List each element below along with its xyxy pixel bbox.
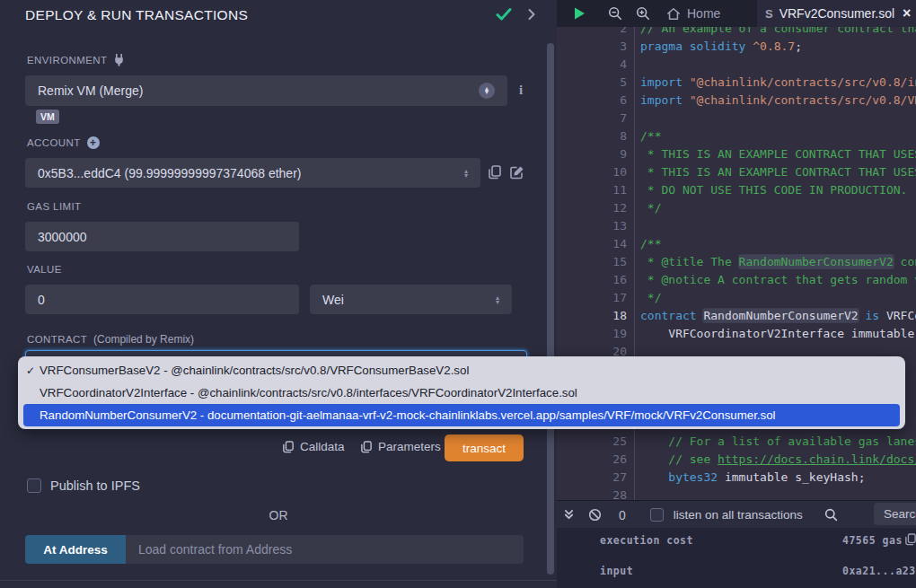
vm-badge: VM bbox=[36, 110, 59, 124]
listen-transactions-label: listen on all transactions bbox=[674, 508, 803, 522]
deploy-run-panel: DEPLOY & RUN TRANSACTIONS ENVIRONMENT Re… bbox=[0, 0, 558, 588]
environment-value: Remix VM (Merge) bbox=[38, 83, 143, 98]
parameters-group[interactable]: Parameters bbox=[361, 440, 441, 453]
collapse-panel-chevron-icon[interactable] bbox=[527, 8, 536, 21]
line-number: 27 bbox=[557, 469, 627, 487]
pending-tx-count: 0 bbox=[619, 508, 626, 522]
code-line: * THIS IS AN EXAMPLE CONTRACT THAT USES … bbox=[635, 163, 916, 181]
code-line: * DO NOT USE THIS CODE IN PRODUCTION. bbox=[635, 181, 907, 199]
add-account-icon[interactable]: + bbox=[87, 136, 100, 149]
environment-select[interactable]: Remix VM (Merge) ▲▼ bbox=[25, 75, 507, 106]
dropdown-option[interactable]: VRFCoordinatorV2Interface - @chainlink/c… bbox=[18, 382, 905, 404]
gas-limit-label-text: GAS LIMIT bbox=[27, 201, 81, 212]
line-number: 18 bbox=[557, 307, 627, 325]
environment-info-icon[interactable]: i bbox=[519, 83, 523, 98]
terminal-row-label: input bbox=[600, 565, 633, 577]
code-line: VRFCoordinatorV2Interface immutable COOR… bbox=[635, 325, 916, 343]
code-line: // see https://docs.chain.link/docs/vrf-… bbox=[635, 451, 916, 469]
account-label-text: ACCOUNT bbox=[27, 137, 81, 148]
close-tab-icon[interactable]: × bbox=[903, 5, 911, 22]
copy-account-icon[interactable] bbox=[489, 165, 501, 180]
calldata-label: Calldata bbox=[300, 440, 345, 453]
line-number: 15 bbox=[557, 253, 627, 271]
at-address-button[interactable]: At Address bbox=[25, 535, 126, 564]
remix-ide-window: DEPLOY & RUN TRANSACTIONS ENVIRONMENT Re… bbox=[0, 0, 916, 588]
terminal-row-label: execution cost bbox=[600, 534, 693, 547]
contract-label: CONTRACT (Compiled by Remix) bbox=[27, 333, 194, 346]
line-number: 7 bbox=[557, 110, 627, 127]
code-line: contract RandomNumberConsumerV2 is VRFCo… bbox=[635, 307, 916, 325]
code-line: * @title The RandomNumberConsumerV2 cont… bbox=[635, 253, 916, 271]
terminal-search-placeholder: Search bbox=[884, 507, 916, 521]
line-number: 17 bbox=[557, 289, 627, 307]
dropdown-option-label: RandomNumberConsumerV2 - documentation-g… bbox=[40, 408, 776, 422]
panel-bottom-divider bbox=[0, 580, 557, 581]
terminal-output: execution cost47565 gasinput0xa21...a23e… bbox=[557, 528, 916, 588]
code-line: */ bbox=[635, 289, 661, 307]
contract-sublabel: (Compiled by Remix) bbox=[93, 333, 194, 346]
line-number: 16 bbox=[557, 271, 627, 289]
panel-scrollbar[interactable] bbox=[547, 43, 554, 575]
publish-ipfs-checkbox[interactable] bbox=[27, 478, 41, 493]
code-line: import "@chainlink/contracts/src/v0.8/VR… bbox=[635, 92, 916, 110]
clear-console-ban-icon[interactable] bbox=[588, 508, 602, 522]
account-select[interactable]: 0x5B3...eddC4 (99.99999999997374068 ethe… bbox=[25, 158, 480, 188]
publish-ipfs-label: Publish to IPFS bbox=[50, 478, 140, 493]
run-script-play-icon[interactable] bbox=[572, 6, 586, 21]
line-number: 13 bbox=[557, 217, 627, 235]
compile-success-check-icon bbox=[496, 7, 512, 22]
contract-dropdown-list: ✓VRFConsumerBaseV2 - @chainlink/contract… bbox=[18, 356, 905, 429]
transact-button[interactable]: transact bbox=[445, 434, 524, 461]
line-number: 12 bbox=[557, 199, 627, 217]
tab-active-label: VRFv2Consumer.sol bbox=[779, 6, 894, 21]
dropdown-option-label: VRFConsumerBaseV2 - @chainlink/contracts… bbox=[40, 364, 469, 377]
checkmark-icon: ✓ bbox=[26, 364, 35, 377]
at-address-placeholder: Load contract from Address bbox=[138, 542, 292, 557]
tab-home[interactable]: Home bbox=[666, 0, 720, 27]
home-icon bbox=[666, 7, 681, 21]
gas-limit-input[interactable]: 3000000 bbox=[25, 222, 299, 251]
zoom-in-icon[interactable] bbox=[636, 6, 650, 21]
line-number: 28 bbox=[557, 487, 627, 500]
expand-terminal-chevrons-icon[interactable] bbox=[564, 509, 574, 521]
tab-home-label: Home bbox=[687, 6, 720, 21]
listen-transactions-checkbox[interactable] bbox=[650, 508, 664, 522]
contract-label-text: CONTRACT bbox=[27, 334, 87, 345]
code-line: // An example of a consumer contract tha… bbox=[635, 27, 916, 38]
line-number: 8 bbox=[557, 127, 627, 145]
code-line: /** bbox=[635, 127, 661, 145]
tab-vrfv2consumer[interactable]: S VRFv2Consumer.sol × bbox=[757, 0, 916, 27]
copy-parameters-icon[interactable] bbox=[361, 441, 372, 453]
line-number: 4 bbox=[557, 56, 627, 74]
edit-account-icon[interactable] bbox=[510, 165, 524, 180]
line-number: 6 bbox=[557, 92, 627, 110]
code-line: bytes32 immutable s_keyHash; bbox=[635, 469, 865, 487]
code-line: * THIS IS AN EXAMPLE CONTRACT THAT USES … bbox=[635, 145, 916, 163]
or-divider-text: OR bbox=[0, 508, 557, 522]
dropdown-option[interactable]: ✓VRFConsumerBaseV2 - @chainlink/contract… bbox=[18, 359, 905, 382]
parameters-label: Parameters bbox=[378, 440, 441, 453]
terminal-row-value: 0xa21...a23e4 bbox=[842, 565, 916, 577]
at-address-input[interactable]: Load contract from Address bbox=[126, 535, 524, 564]
value-unit-select[interactable]: Wei ▴▾ bbox=[310, 285, 512, 314]
line-number: 25 bbox=[557, 433, 627, 451]
select-updown-icon: ▴▾ bbox=[464, 169, 468, 178]
gas-limit-label: GAS LIMIT bbox=[27, 201, 81, 212]
dropdown-option[interactable]: RandomNumberConsumerV2 - documentation-g… bbox=[23, 404, 900, 426]
line-number: 2 bbox=[557, 27, 627, 38]
code-line: import "@chainlink/contracts/src/v0.8/in… bbox=[635, 74, 916, 92]
calldata-group[interactable]: Calldata bbox=[283, 440, 345, 453]
terminal-search-input[interactable]: Search bbox=[874, 503, 916, 525]
gas-limit-value: 3000000 bbox=[38, 230, 87, 244]
copy-calldata-icon[interactable] bbox=[283, 441, 294, 453]
line-number: 19 bbox=[557, 325, 627, 343]
terminal-toolbar: 0 listen on all transactions bbox=[557, 500, 916, 529]
value-label-text: VALUE bbox=[27, 264, 62, 275]
line-number: 14 bbox=[557, 235, 627, 253]
zoom-out-icon[interactable] bbox=[608, 6, 622, 21]
terminal-search-icon bbox=[824, 508, 838, 522]
value-input[interactable]: 0 bbox=[25, 285, 299, 314]
environment-label: ENVIRONMENT bbox=[27, 54, 125, 66]
copy-value-icon[interactable] bbox=[905, 533, 916, 546]
select-updown-icon: ▴▾ bbox=[496, 295, 499, 304]
